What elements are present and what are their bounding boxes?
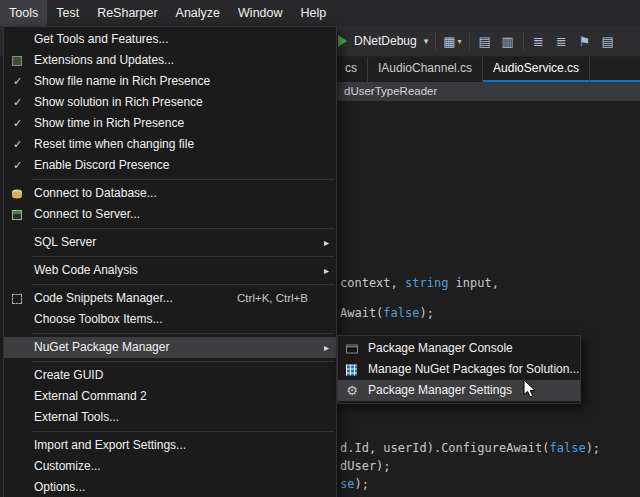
check-icon: ✓ (13, 155, 22, 176)
menu-item-label: Web Code Analysis (34, 260, 138, 281)
menu-separator (32, 179, 334, 180)
menu-item-create-guid[interactable]: Create GUID (4, 365, 336, 386)
menu-item-manage-nuget-packages-for-solution[interactable]: Manage NuGet Packages for Solution... (338, 359, 580, 380)
menu-item-label: Package Manager Console (368, 338, 513, 359)
menu-item-options[interactable]: Options... (4, 477, 336, 497)
code-token: false (550, 441, 586, 455)
task-list-icon-glyph: ▤ (601, 34, 613, 49)
tab-strip-filler (590, 57, 640, 82)
menu-item-label: Choose Toolbox Items... (34, 309, 163, 330)
debug-target-dropdown-icon[interactable]: ▾ (424, 36, 429, 46)
code-token: input, (448, 276, 499, 290)
debug-target-label[interactable]: DNetDebug (354, 34, 417, 48)
menu-item-web-code-analysis[interactable]: Web Code Analysis▸ (4, 260, 336, 281)
start-debug-icon[interactable] (338, 35, 347, 47)
menu-item-import-and-export-settings[interactable]: Import and Export Settings... (4, 435, 336, 456)
menu-item-label: SQL Server (34, 232, 96, 253)
navigate-forward-icon[interactable]: ≣ (554, 31, 570, 51)
menu-item-external-tools[interactable]: External Tools... (4, 407, 336, 428)
tab-iaudiochannel-cs[interactable]: IAudioChannel.cs (368, 57, 483, 82)
snippets-icon (12, 294, 22, 304)
toolbar-separator (469, 32, 470, 50)
menu-item-extensions-and-updates[interactable]: Extensions and Updates... (4, 50, 336, 71)
nuget-submenu: Package Manager ConsoleManage NuGet Pack… (337, 335, 581, 404)
menu-separator (32, 431, 334, 432)
menu-item-label: Options... (34, 477, 85, 497)
menu-item-external-command-2[interactable]: External Command 2 (4, 386, 336, 407)
menu-item-reset-time-when-changing-file[interactable]: ✓Reset time when changing file (4, 134, 336, 155)
menu-separator (32, 284, 334, 285)
tab-audioservice-cs[interactable]: AudioService.cs (483, 57, 590, 82)
server-icon (12, 210, 22, 220)
menu-item-label: NuGet Package Manager (34, 337, 169, 358)
menu-item-label: Code Snippets Manager... (34, 288, 173, 309)
menu-separator (32, 256, 334, 257)
task-list-icon[interactable]: ▤ (600, 31, 616, 51)
packages-icon (346, 364, 357, 375)
menu-item-show-file-name-in-rich-presence[interactable]: ✓Show file name in Rich Presence (4, 71, 336, 92)
menu-item-enable-discord-presence[interactable]: ✓Enable Discord Presence (4, 155, 336, 176)
check-icon: ✓ (13, 71, 22, 92)
breadcrumb-bar: dUserTypeReader (335, 82, 640, 101)
database-icon (12, 189, 22, 198)
menu-item-sql-server[interactable]: SQL Server▸ (4, 232, 336, 253)
navigate-forward-icon-glyph: ≣ (556, 34, 567, 49)
console-icon (346, 344, 358, 353)
menu-item-customize[interactable]: Customize... (4, 456, 336, 477)
extensions-icon (12, 56, 22, 66)
preview-window-icon[interactable]: ▤ (477, 31, 493, 51)
menubar-item-analyze[interactable]: Analyze (167, 0, 229, 26)
menubar-item-help[interactable]: Help (292, 0, 336, 26)
menubar-item-window[interactable]: Window (229, 0, 291, 26)
attach-process-icon[interactable]: ▦▾ (443, 31, 461, 51)
preview-window-icon-glyph: ▤ (478, 34, 490, 49)
menubar-item-resharper[interactable]: ReSharper (88, 0, 166, 26)
menu-item-nuget-package-manager[interactable]: NuGet Package Manager▸ (4, 337, 336, 358)
menu-item-package-manager-console[interactable]: Package Manager Console (338, 338, 580, 359)
split-window-icon[interactable]: ▥ (500, 31, 516, 51)
tab-label: IAudioChannel.cs (378, 61, 472, 75)
attach-process-icon-glyph: ▦ (443, 34, 455, 49)
navigate-backward-icon[interactable]: ≣ (531, 31, 547, 51)
menu-item-label: Create GUID (34, 365, 103, 386)
code-token: d.Id, userId).ConfigureAwait( (340, 441, 550, 455)
menu-item-label: Package Manager Settings (368, 380, 512, 401)
menu-item-label: Get Tools and Features... (34, 29, 169, 50)
menu-item-connect-to-server[interactable]: Connect to Server... (4, 204, 336, 225)
check-icon: ✓ (13, 134, 22, 155)
menu-item-code-snippets-manager[interactable]: Code Snippets Manager...Ctrl+K, Ctrl+B (4, 288, 336, 309)
tab-label: cs (345, 61, 357, 75)
code-token: ); (354, 477, 368, 491)
code-line: context, string input, (340, 276, 499, 290)
tab-cs[interactable]: cs (335, 57, 368, 82)
code-line: dUser); (340, 459, 391, 473)
menu-item-label: Show solution in Rich Presence (34, 92, 203, 113)
menu-item-show-solution-in-rich-presence[interactable]: ✓Show solution in Rich Presence (4, 92, 336, 113)
navigate-backward-icon-glyph: ≣ (533, 34, 544, 49)
bookmark-icon-glyph: ⚑ (579, 34, 591, 49)
menu-item-show-time-in-rich-presence[interactable]: ✓Show time in Rich Presence (4, 113, 336, 134)
code-line: d.Id, userId).ConfigureAwait(false); (340, 441, 600, 455)
toolbar-separator (435, 32, 436, 50)
submenu-arrow-icon: ▸ (324, 260, 329, 281)
menu-item-package-manager-settings[interactable]: ⚙Package Manager Settings (338, 380, 580, 401)
code-line: se); (340, 477, 369, 491)
menu-item-choose-toolbox-items[interactable]: Choose Toolbox Items... (4, 309, 336, 330)
menu-item-label: External Tools... (34, 407, 119, 428)
menu-item-label: Connect to Server... (34, 204, 140, 225)
menu-item-get-tools-and-features[interactable]: Get Tools and Features... (4, 29, 336, 50)
code-token: string (405, 276, 448, 290)
code-token: se (340, 477, 354, 491)
menu-item-label: Import and Export Settings... (34, 435, 186, 456)
bookmark-icon[interactable]: ⚑ (577, 31, 593, 51)
submenu-arrow-icon: ▸ (324, 232, 329, 253)
menubar-item-tools[interactable]: Tools (0, 0, 47, 26)
code-token: ); (419, 306, 433, 320)
menu-item-connect-to-database[interactable]: Connect to Database... (4, 183, 336, 204)
dropdown-caret-icon: ▾ (458, 37, 462, 46)
menubar-item-test[interactable]: Test (47, 0, 88, 26)
tab-label: AudioService.cs (493, 61, 579, 75)
code-line: Await(false); (340, 306, 434, 320)
menu-item-label: Enable Discord Presence (34, 155, 169, 176)
menu-item-shortcut: Ctrl+K, Ctrl+B (237, 288, 316, 309)
